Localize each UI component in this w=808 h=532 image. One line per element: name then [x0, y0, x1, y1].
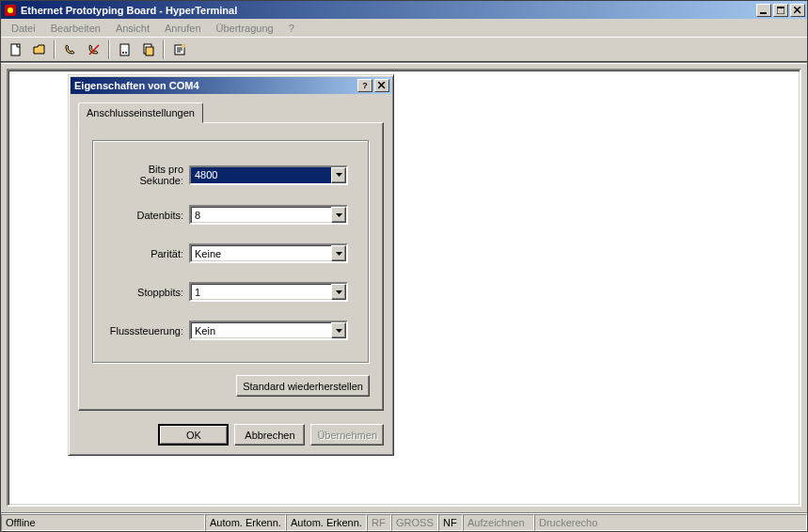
chevron-down-icon[interactable] — [331, 167, 346, 183]
svg-marker-25 — [336, 329, 342, 333]
main-window: Ethernet Prototyping Board - HyperTermin… — [0, 0, 808, 532]
stopbits-combo[interactable]: 1 — [189, 282, 348, 302]
terminal-frame: Eigenschaften von COM4 ? Anschlusseinste… — [7, 69, 801, 507]
menu-view[interactable]: Ansicht — [109, 21, 156, 36]
svg-rect-7 — [11, 44, 20, 55]
toolbar-call-icon[interactable] — [59, 39, 81, 60]
svg-rect-10 — [122, 52, 124, 54]
maximize-button[interactable] — [773, 4, 788, 17]
svg-rect-13 — [146, 47, 153, 55]
menubar: Datei Bearbeiten Ansicht Anrufen Übertra… — [1, 19, 807, 37]
ok-button[interactable]: OK — [158, 424, 229, 446]
status-record: Aufzeichnen — [463, 514, 534, 531]
menu-file[interactable]: Datei — [5, 21, 42, 36]
chevron-down-icon[interactable] — [331, 322, 346, 338]
menu-call[interactable]: Anrufen — [158, 21, 208, 36]
toolbar-open-icon[interactable] — [28, 39, 50, 60]
flow-value: Kein — [191, 322, 331, 338]
status-autodetect2: Autom. Erkenn. — [286, 514, 367, 531]
tab-port-settings[interactable]: Anschlusseinstellungen — [78, 102, 203, 123]
svg-rect-11 — [125, 52, 127, 54]
content-area: Eigenschaften von COM4 ? Anschlusseinste… — [1, 63, 807, 512]
svg-rect-4 — [777, 7, 784, 8]
parity-label: Parität: — [103, 248, 189, 259]
stopbits-label: Stoppbits: — [103, 287, 189, 298]
toolbar-receive-icon[interactable] — [137, 39, 159, 60]
close-button[interactable] — [790, 4, 805, 17]
svg-marker-24 — [336, 290, 342, 294]
parity-combo[interactable]: Keine — [189, 243, 348, 263]
svg-marker-23 — [336, 252, 342, 256]
toolbar-separator — [54, 40, 55, 59]
main-titlebar: Ethernet Prototyping Board - HyperTermin… — [1, 1, 807, 19]
settings-groupbox: Bits pro Sekunde: 4800 Datenbits: 8 — [92, 140, 370, 364]
window-title: Ethernet Prototyping Board - HyperTermin… — [21, 5, 754, 16]
svg-marker-22 — [336, 213, 342, 217]
parity-value: Keine — [191, 245, 331, 261]
menu-transfer[interactable]: Übertragung — [210, 21, 280, 36]
toolbar-properties-icon[interactable] — [168, 39, 190, 60]
flow-combo[interactable]: Kein — [189, 321, 348, 340]
toolbar-disconnect-icon[interactable] — [83, 39, 104, 60]
svg-point-1 — [8, 8, 13, 13]
toolbar-new-icon[interactable] — [5, 39, 26, 60]
tab-label: Anschlusseinstellungen — [87, 107, 195, 118]
status-gross: GROSS — [391, 514, 438, 531]
tab-panel: Bits pro Sekunde: 4800 Datenbits: 8 — [78, 122, 384, 411]
toolbar — [1, 37, 807, 63]
svg-marker-21 — [336, 173, 342, 177]
baud-value: 4800 — [191, 167, 331, 183]
status-echo: Druckerecho — [534, 514, 807, 531]
status-autodetect1: Autom. Erkenn. — [205, 514, 286, 531]
stopbits-value: 1 — [191, 284, 331, 300]
menu-help[interactable]: ? — [282, 21, 301, 36]
chevron-down-icon[interactable] — [331, 245, 346, 261]
chevron-down-icon[interactable] — [331, 284, 346, 300]
databits-combo[interactable]: 8 — [189, 205, 348, 225]
baud-combo[interactable]: 4800 — [189, 165, 348, 185]
databits-value: 8 — [191, 207, 331, 223]
properties-dialog: Eigenschaften von COM4 ? Anschlusseinste… — [68, 74, 394, 456]
status-nf: NF — [438, 514, 463, 531]
minimize-button[interactable] — [756, 4, 771, 17]
dialog-title: Eigenschaften von COM4 — [74, 80, 356, 91]
toolbar-separator — [108, 40, 110, 59]
svg-rect-9 — [120, 44, 129, 55]
dialog-help-button[interactable]: ? — [357, 79, 372, 92]
toolbar-send-icon[interactable] — [114, 39, 135, 60]
svg-point-18 — [182, 44, 185, 48]
status-connection: Offline — [1, 514, 205, 531]
app-icon — [3, 3, 18, 18]
chevron-down-icon[interactable] — [331, 207, 346, 223]
toolbar-separator — [163, 40, 165, 59]
flow-label: Flusssteuerung: — [103, 325, 189, 336]
dialog-titlebar: Eigenschaften von COM4 ? — [71, 77, 391, 94]
restore-defaults-button[interactable]: Standard wiederherstellen — [236, 375, 370, 397]
baud-label: Bits pro Sekunde: — [103, 164, 189, 186]
statusbar: Offline Autom. Erkenn. Autom. Erkenn. RF… — [1, 512, 807, 531]
menu-edit[interactable]: Bearbeiten — [44, 21, 107, 36]
status-rf: RF — [367, 514, 391, 531]
databits-label: Datenbits: — [103, 210, 189, 221]
dialog-close-button[interactable] — [374, 79, 389, 92]
cancel-button[interactable]: Abbrechen — [234, 424, 305, 446]
apply-button: Übernehmen — [310, 424, 384, 446]
svg-rect-2 — [760, 12, 767, 14]
